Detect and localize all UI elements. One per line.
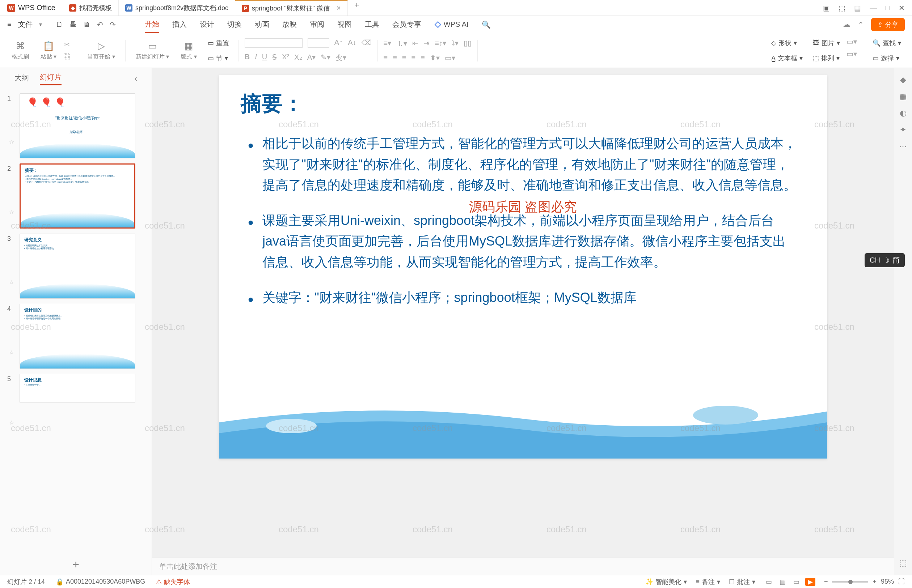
style2-icon[interactable]: ▭▾ <box>847 50 857 58</box>
collapse-ribbon-icon[interactable]: ⌃ <box>858 20 864 29</box>
save-icon[interactable]: 🗋 <box>56 20 63 29</box>
increase-font-icon[interactable]: A↑ <box>334 38 343 48</box>
tab-doc[interactable]: W springbootf8m2v数据库文档.doc <box>119 0 235 16</box>
tab-design[interactable]: 设计 <box>200 17 214 32</box>
italic-icon[interactable]: I <box>255 53 257 63</box>
wps-ai-button[interactable]: WPS AI <box>434 20 469 29</box>
slide[interactable]: 摘要： 相比于以前的传统手工管理方式，智能化的管理方式可以大幅降低理财公司的运营… <box>219 75 827 459</box>
section-button[interactable]: ▭ 节 ▾ <box>204 52 233 64</box>
slide-position[interactable]: 幻灯片 2 / 14 <box>7 578 45 586</box>
bullets-icon[interactable]: ≡▾ <box>384 39 392 48</box>
line-spacing-icon[interactable]: ≡↕▾ <box>435 39 446 48</box>
tab-home[interactable]: 开始 <box>145 16 159 33</box>
undo-icon[interactable]: ↶ <box>97 20 103 29</box>
slide-body[interactable]: 相比于以前的传统手工管理方式，智能化的管理方式可以大幅降低理财公司的运营人员成本… <box>248 133 798 322</box>
minimize-button[interactable]: — <box>870 3 877 12</box>
animation-icon[interactable]: ✦ <box>900 125 906 134</box>
add-tab-button[interactable]: + <box>348 0 366 16</box>
tab-transition[interactable]: 切换 <box>227 17 242 32</box>
thumb-1[interactable]: 1☆ 🎈🎈🎈 "财来财往"微信小程序ppt 指导老师： <box>7 93 144 158</box>
sorter-view-icon[interactable]: ▦ <box>778 578 788 586</box>
slide-viewport[interactable]: 摘要： 相比于以前的传统手工管理方式，智能化的管理方式可以大幅降低理财公司的运营… <box>152 68 894 557</box>
preview-icon[interactable]: 🗎 <box>83 20 91 29</box>
align-justify-icon[interactable]: ≡ <box>411 53 416 62</box>
tab-slideshow[interactable]: 放映 <box>282 17 297 32</box>
font-color-icon[interactable]: A▾ <box>307 53 316 63</box>
print-icon[interactable]: 🖶 <box>70 20 77 29</box>
font-size-select[interactable] <box>308 38 329 48</box>
clear-format-icon[interactable]: ⌫ <box>361 38 372 48</box>
material-icon[interactable]: ◐ <box>900 108 907 118</box>
decrease-font-icon[interactable]: A↓ <box>348 38 356 48</box>
slide-title[interactable]: 摘要： <box>241 90 304 118</box>
zoom-in-button[interactable]: + <box>873 578 876 585</box>
notes-bar[interactable]: 单击此处添加备注 <box>152 557 894 575</box>
star-icon[interactable]: ☆ <box>9 139 14 145</box>
thumb-4[interactable]: 4☆ 设计目的• 通过对财来财往管理系统的设计开发...• 财来财往管理系统是一… <box>7 304 144 369</box>
valign-icon[interactable]: ⬍▾ <box>430 53 440 62</box>
tab-view[interactable]: 视图 <box>337 17 352 32</box>
effects-icon[interactable]: 变▾ <box>335 53 346 63</box>
template-icon[interactable]: ▦ <box>899 92 907 101</box>
tab-animation[interactable]: 动画 <box>255 17 269 32</box>
avatar-icon[interactable]: ▦ <box>854 3 861 12</box>
columns-icon[interactable]: ▯▯ <box>463 39 471 48</box>
reading-view-icon[interactable]: ▭ <box>792 578 802 586</box>
redo-icon[interactable]: ↷ <box>110 20 116 29</box>
align-center-icon[interactable]: ≡ <box>393 53 397 62</box>
arrange-button[interactable]: ⬚ 排列 ▾ <box>809 52 844 64</box>
search-icon[interactable]: 🔍 <box>482 17 491 32</box>
missing-font[interactable]: ⚠ 缺失字体 <box>156 578 190 586</box>
star-icon[interactable]: ☆ <box>9 349 14 356</box>
normal-view-icon[interactable]: ▭ <box>764 578 774 586</box>
notes-toggle[interactable]: ≡ 备注 ▾ <box>696 578 720 586</box>
zoom-slider[interactable] <box>832 581 868 583</box>
slideshow-view-icon[interactable]: ▶ <box>805 578 815 586</box>
review-toggle[interactable]: ☐ 批注 ▾ <box>729 578 755 586</box>
star-icon[interactable]: ☆ <box>9 279 14 286</box>
new-slide-group[interactable]: ▭ 新建幻灯片 ▾ <box>131 40 173 61</box>
zoom-level[interactable]: 95% <box>881 578 894 585</box>
paste-group[interactable]: 📋 粘贴 ▾ <box>36 40 61 61</box>
more-icon[interactable]: ⋯ <box>899 142 907 151</box>
close-icon[interactable]: ✕ <box>336 5 341 11</box>
superscript-icon[interactable]: X² <box>282 53 289 63</box>
cloud-icon[interactable]: ☁ <box>842 20 850 29</box>
thumb-2[interactable]: 2☆ 摘要：• 相比于以前的传统手工管理方式，智能化的管理方式可以大幅降低理财公… <box>7 163 144 229</box>
underline-icon[interactable]: U <box>262 53 267 63</box>
numbering-icon[interactable]: ⒈▾ <box>396 39 407 48</box>
convert-icon[interactable]: ▭▾ <box>445 53 455 62</box>
from-current-group[interactable]: ▷ 当页开始 ▾ <box>83 40 119 61</box>
tab-review[interactable]: 审阅 <box>310 17 324 32</box>
star-icon[interactable]: ☆ <box>9 208 14 215</box>
tools-bottom-icon[interactable]: ⬚ <box>899 558 907 568</box>
doc-id[interactable]: 🔒 A000120140530A60PWBG <box>56 578 145 586</box>
layout-group[interactable]: ▦ 版式 ▾ <box>176 40 201 61</box>
bold-icon[interactable]: B <box>245 53 250 63</box>
file-menu[interactable]: 文件 <box>18 19 32 29</box>
reset-button[interactable]: ▭ 重置 <box>204 37 233 49</box>
bullet-1[interactable]: 相比于以前的传统手工管理方式，智能化的管理方式可以大幅降低理财公司的运营人员成本… <box>248 133 798 195</box>
textbox-button[interactable]: A̲ 文本框 ▾ <box>768 52 806 64</box>
align-left-icon[interactable]: ≡ <box>384 53 388 62</box>
multi-window-icon[interactable]: ▣ <box>823 3 830 12</box>
slides-tab[interactable]: 幻灯片 <box>40 72 62 86</box>
align-right-icon[interactable]: ≡ <box>402 53 407 62</box>
maximize-button[interactable]: □ <box>886 3 890 12</box>
find-button[interactable]: 🔍 查找 ▾ <box>869 37 905 49</box>
copy-icon[interactable]: ⿻ <box>64 52 71 61</box>
hamburger-icon[interactable]: ≡ <box>7 20 11 29</box>
select-button[interactable]: ▭ 选择 ▾ <box>869 52 905 64</box>
font-family-select[interactable] <box>245 38 303 48</box>
shape-button[interactable]: ◇ 形状 ▾ <box>768 37 806 49</box>
strike-icon[interactable]: S̶ <box>272 53 277 63</box>
star-icon[interactable]: ☆ <box>9 419 14 426</box>
bullet-3[interactable]: 关键字："财来财往"微信小程序；springboot框架；MySQL数据库 <box>248 287 798 308</box>
subscript-icon[interactable]: X₂ <box>294 53 302 63</box>
style-icon[interactable]: ▭▾ <box>847 37 857 46</box>
tab-tools[interactable]: 工具 <box>365 17 379 32</box>
text-direction-icon[interactable]: ⤵▾ <box>451 39 458 48</box>
fit-screen-icon[interactable]: ⛶ <box>898 578 905 585</box>
beautify-button[interactable]: ✨ 智能美化 ▾ <box>645 578 687 586</box>
format-brush-group[interactable]: ⌘ 格式刷 <box>7 40 33 61</box>
